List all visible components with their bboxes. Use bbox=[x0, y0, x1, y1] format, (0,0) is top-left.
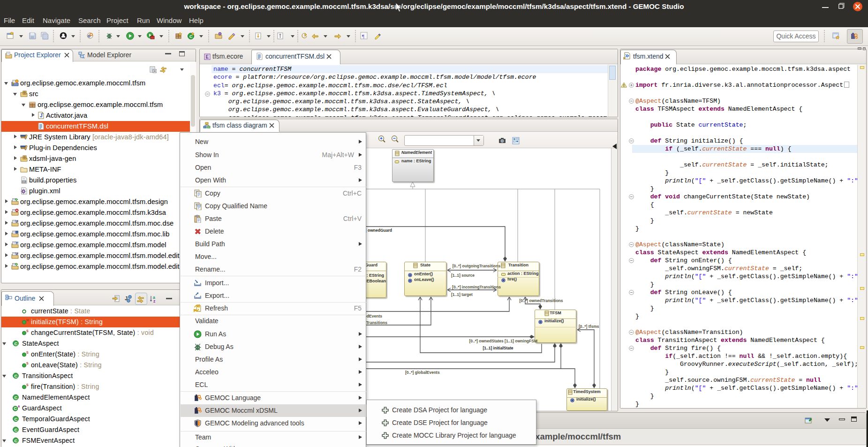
svg-text:E: E bbox=[16, 220, 17, 222]
svg-text:E: E bbox=[206, 54, 209, 60]
svg-text:M: M bbox=[26, 318, 29, 322]
svg-text:E: E bbox=[16, 252, 17, 255]
svg-text:S: S bbox=[26, 329, 29, 333]
svg-text:¶: ¶ bbox=[362, 33, 364, 39]
svg-text:C: C bbox=[14, 395, 17, 400]
svg-text:C: C bbox=[14, 427, 17, 432]
svg-text:S: S bbox=[26, 351, 29, 354]
svg-text:S: S bbox=[26, 383, 29, 386]
svg-text:S: S bbox=[26, 362, 29, 365]
svg-text:C: C bbox=[14, 417, 17, 422]
svg-text:z: z bbox=[153, 299, 155, 303]
svg-text:M: M bbox=[16, 241, 18, 244]
svg-text:J: J bbox=[40, 113, 43, 118]
svg-text:C: C bbox=[14, 341, 17, 346]
svg-text:C: C bbox=[14, 373, 17, 379]
svg-text:C: C bbox=[14, 406, 17, 411]
svg-text:C: C bbox=[14, 438, 17, 443]
svg-text:010: 010 bbox=[23, 181, 26, 183]
svg-text:A: A bbox=[18, 404, 20, 409]
